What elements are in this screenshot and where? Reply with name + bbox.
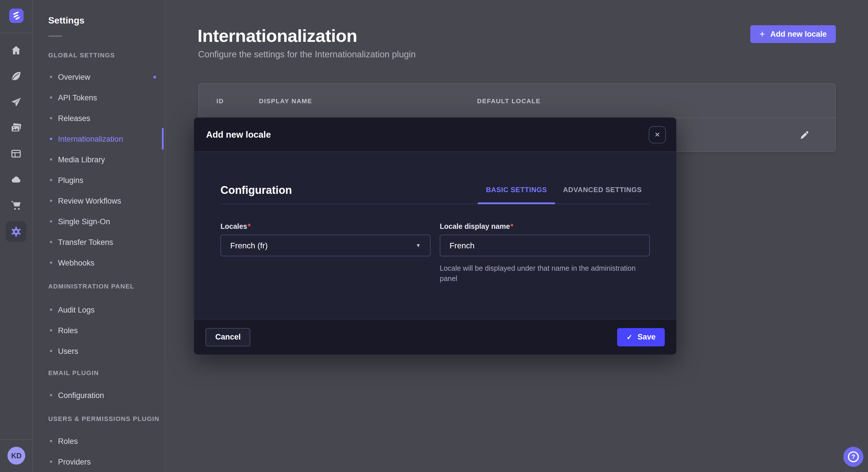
sidebar-item-audit-logs[interactable]: Audit Logs xyxy=(33,301,165,318)
rail-divider xyxy=(0,33,32,33)
active-item-indicator xyxy=(162,128,164,150)
bullet-icon xyxy=(50,241,52,243)
modal-header: Add new locale ✕ xyxy=(194,117,676,152)
sidebar-item-releases[interactable]: Releases xyxy=(33,109,165,127)
page-title: Internationalization xyxy=(197,26,357,46)
add-new-locale-button[interactable]: + Add new locale xyxy=(750,25,836,43)
chevron-down-icon: ▼ xyxy=(415,243,421,248)
bullet-icon xyxy=(50,179,52,181)
sidebar-item-review-workflows[interactable]: Review Workflows xyxy=(33,192,165,209)
pencil-icon xyxy=(799,130,809,140)
sidebar-heading-divider xyxy=(48,36,62,37)
sidebar-item-up-providers[interactable]: Providers xyxy=(33,453,165,470)
settings-nav-active[interactable] xyxy=(6,222,26,242)
strapi-logo[interactable] xyxy=(9,9,24,23)
media-gallery-icon[interactable] xyxy=(10,122,22,134)
edit-locale-button[interactable] xyxy=(799,130,809,140)
modal-body: Configuration BASIC SETTINGS ADVANCED SE… xyxy=(194,152,676,319)
sidebar-item-plugins[interactable]: Plugins xyxy=(33,171,165,189)
strapi-settings-app: KD Settings GLOBAL SETTINGS Overview API… xyxy=(0,0,868,472)
modal-footer: Cancel ✓ Save xyxy=(194,319,676,355)
tabs-divider xyxy=(220,204,650,204)
check-icon: ✓ xyxy=(627,333,632,341)
sidebar-item-single-sign-on[interactable]: Single Sign-On xyxy=(33,213,165,230)
feather-icon[interactable] xyxy=(10,71,22,82)
locales-field-group: Locales* French (fr) ▼ xyxy=(220,223,431,284)
sidebar-item-email-configuration[interactable]: Configuration xyxy=(33,386,165,404)
section-global-settings: GLOBAL SETTINGS xyxy=(48,52,115,59)
cancel-button[interactable]: Cancel xyxy=(206,328,251,346)
cloud-icon[interactable] xyxy=(10,174,22,185)
required-asterisk: * xyxy=(248,223,251,231)
display-name-field-group: Locale display name* French Locale will … xyxy=(440,223,650,284)
bullet-icon xyxy=(50,461,52,463)
bullet-icon xyxy=(50,96,52,99)
add-locale-modal: Add new locale ✕ Configuration BASIC SET… xyxy=(194,117,676,355)
question-mark-icon: ? xyxy=(848,451,859,462)
bullet-icon xyxy=(50,220,52,223)
sidebar-item-internationalization[interactable]: Internationalization xyxy=(33,130,165,147)
column-header-default-locale: DEFAULT LOCALE xyxy=(477,84,541,118)
sidebar-item-overview[interactable]: Overview xyxy=(33,68,165,86)
section-administration-panel: ADMINISTRATION PANEL xyxy=(48,283,134,290)
notification-dot xyxy=(153,76,156,78)
bullet-icon xyxy=(50,138,52,140)
page-subtitle: Configure the settings for the Internati… xyxy=(198,49,415,60)
sidebar-item-admin-roles[interactable]: Roles xyxy=(33,322,165,339)
gear-icon xyxy=(10,226,22,237)
home-icon[interactable] xyxy=(10,45,22,56)
sidebar-item-api-tokens[interactable]: API Tokens xyxy=(33,89,165,106)
bullet-icon xyxy=(50,394,52,396)
required-asterisk: * xyxy=(510,223,514,231)
bullet-icon xyxy=(50,262,52,264)
bullet-icon xyxy=(50,440,52,442)
rail-bottom-divider xyxy=(0,439,32,440)
user-avatar[interactable]: KD xyxy=(7,447,25,465)
locales-select[interactable]: French (fr) ▼ xyxy=(220,235,431,256)
main-nav-rail: KD xyxy=(0,0,33,472)
cart-icon[interactable] xyxy=(10,200,22,211)
paper-plane-icon[interactable] xyxy=(10,96,22,108)
display-name-label: Locale display name* xyxy=(440,223,650,231)
help-button[interactable]: ? xyxy=(843,447,863,467)
active-tab-indicator xyxy=(478,202,555,204)
close-button[interactable]: ✕ xyxy=(649,126,666,143)
save-button[interactable]: ✓ Save xyxy=(617,328,665,346)
sidebar-item-transfer-tokens[interactable]: Transfer Tokens xyxy=(33,233,165,250)
bullet-icon xyxy=(50,117,52,119)
sidebar-item-up-roles[interactable]: Roles xyxy=(33,432,165,450)
display-name-hint: Locale will be displayed under that name… xyxy=(440,264,650,284)
bullet-icon xyxy=(50,350,52,352)
layout-icon[interactable] xyxy=(10,148,22,160)
settings-tabs: BASIC SETTINGS ADVANCED SETTINGS xyxy=(478,183,650,204)
plus-icon: + xyxy=(760,29,765,39)
sidebar-item-admin-users[interactable]: Users xyxy=(33,342,165,360)
bullet-icon xyxy=(50,329,52,332)
bullet-icon xyxy=(50,76,52,78)
section-users-permissions-plugin: USERS & PERMISSIONS PLUGIN xyxy=(48,415,160,422)
column-header-id: ID xyxy=(216,84,224,118)
tab-advanced-settings[interactable]: ADVANCED SETTINGS xyxy=(555,183,650,204)
column-header-display-name: DISPLAY NAME xyxy=(259,84,312,118)
bullet-icon xyxy=(50,308,52,311)
sidebar-item-webhooks[interactable]: Webhooks xyxy=(33,254,165,271)
bullet-icon xyxy=(50,200,52,202)
display-name-input[interactable]: French xyxy=(440,235,650,256)
sidebar-heading: Settings xyxy=(48,15,84,26)
table-header-row: ID DISPLAY NAME DEFAULT LOCALE xyxy=(198,84,835,118)
section-email-plugin: EMAIL PLUGIN xyxy=(48,369,99,376)
tab-basic-settings[interactable]: BASIC SETTINGS xyxy=(478,183,555,204)
configuration-heading: Configuration xyxy=(220,184,292,197)
bullet-icon xyxy=(50,158,52,161)
settings-sidebar: Settings GLOBAL SETTINGS Overview API To… xyxy=(33,0,165,472)
close-icon: ✕ xyxy=(654,131,660,138)
sidebar-item-media-library[interactable]: Media Library xyxy=(33,151,165,168)
modal-title: Add new locale xyxy=(206,129,271,140)
locales-label: Locales* xyxy=(220,223,431,231)
